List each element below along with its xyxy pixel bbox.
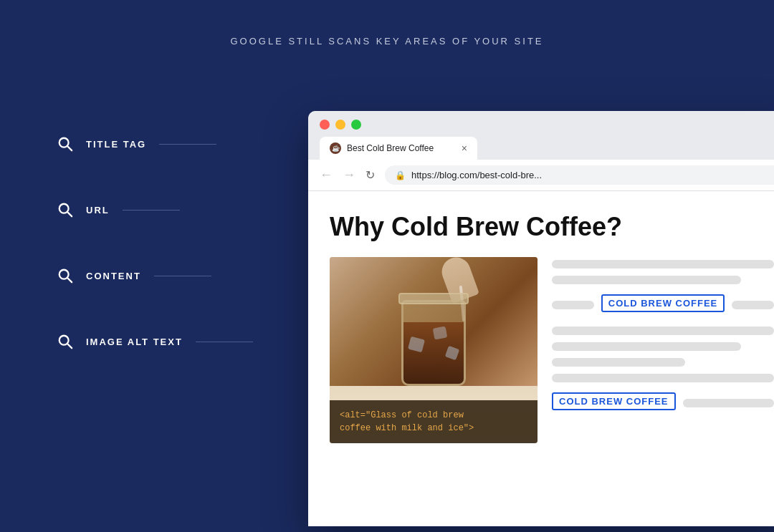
url-label: URL bbox=[86, 205, 110, 216]
alt-tag-text-line2: coffee with milk and ice"> bbox=[340, 422, 527, 435]
content-line-8 bbox=[552, 374, 774, 382]
search-icon-alt bbox=[57, 334, 73, 349]
tab-title: Best Cold Brew Coffee bbox=[347, 143, 456, 153]
sidebar-item-image-alt: IMAGE ALT TEXT bbox=[57, 309, 253, 374]
lock-icon: 🔒 bbox=[395, 170, 406, 180]
alt-tag-overlay: <alt="Glass of cold brew coffee with mil… bbox=[330, 400, 538, 443]
title-tag-line bbox=[159, 144, 216, 145]
content-line-6 bbox=[552, 342, 741, 351]
content-line-3 bbox=[552, 301, 594, 309]
page-header: GOOGLE STILL SCANS KEY AREAS OF YOUR SIT… bbox=[0, 0, 774, 47]
refresh-button[interactable]: ↻ bbox=[366, 168, 375, 182]
browser-chrome: ☕ Best Cold Brew Coffee × bbox=[308, 111, 774, 160]
minimize-button[interactable] bbox=[335, 120, 345, 130]
content-line-label bbox=[154, 276, 211, 276]
maximize-button[interactable] bbox=[351, 120, 361, 130]
image-alt-line bbox=[196, 342, 253, 342]
page-heading: Why Cold Brew Coffee? bbox=[330, 213, 774, 241]
title-tag-label: TITLE TAG bbox=[86, 139, 146, 150]
browser-tab[interactable]: ☕ Best Cold Brew Coffee × bbox=[320, 137, 477, 160]
sidebar-item-url: URL bbox=[57, 177, 253, 243]
tab-favicon: ☕ bbox=[330, 142, 341, 154]
article-image-wrapper: <alt="Glass of cold brew coffee with mil… bbox=[330, 257, 538, 443]
svg-line-5 bbox=[67, 278, 72, 282]
content-line-7 bbox=[552, 358, 685, 367]
content-line-2 bbox=[552, 276, 741, 284]
back-button[interactable]: ← bbox=[320, 168, 333, 183]
alt-tag-text-line1: <alt="Glass of cold brew bbox=[340, 409, 527, 422]
close-button[interactable] bbox=[320, 120, 330, 130]
sidebar: TITLE TAG URL CONTENT IMAGE ALT TEXT bbox=[57, 111, 253, 374]
url-line bbox=[123, 210, 180, 211]
right-content: COLD BREW COFFEE COLD BREW COFFEE bbox=[552, 257, 774, 443]
svg-line-1 bbox=[67, 146, 72, 150]
content-line-9 bbox=[683, 399, 775, 407]
address-text: https://blog.com/best-cold-bre... bbox=[411, 170, 542, 180]
search-icon bbox=[57, 136, 73, 152]
forward-button[interactable]: → bbox=[343, 168, 355, 183]
browser-content: Why Cold Brew Coffee? bbox=[308, 191, 774, 526]
address-field[interactable]: 🔒 https://blog.com/best-cold-bre... bbox=[385, 165, 774, 185]
content-line-5 bbox=[552, 327, 774, 335]
tab-close-icon[interactable]: × bbox=[462, 143, 467, 153]
image-alt-label: IMAGE ALT TEXT bbox=[86, 337, 183, 347]
svg-line-3 bbox=[67, 212, 72, 216]
sidebar-item-title-tag: TITLE TAG bbox=[57, 111, 253, 177]
browser-window: ☕ Best Cold Brew Coffee × ← → ↻ 🔒 https:… bbox=[308, 111, 774, 526]
keyword-highlight-2: COLD BREW COFFEE bbox=[552, 392, 676, 410]
svg-line-7 bbox=[67, 344, 72, 348]
content-label: CONTENT bbox=[86, 271, 141, 281]
keyword-highlight-1: COLD BREW COFFEE bbox=[601, 294, 725, 312]
content-line-1 bbox=[552, 260, 774, 269]
content-area: <alt="Glass of cold brew coffee with mil… bbox=[330, 257, 774, 443]
keyword-row-2: COLD BREW COFFEE bbox=[552, 392, 774, 415]
traffic-lights bbox=[320, 120, 774, 130]
search-icon-url bbox=[57, 202, 73, 218]
address-bar: ← → ↻ 🔒 https://blog.com/best-cold-bre..… bbox=[308, 160, 774, 191]
search-icon-content bbox=[57, 268, 73, 284]
keyword-row-1: COLD BREW COFFEE bbox=[552, 294, 774, 316]
sidebar-item-content: CONTENT bbox=[57, 243, 253, 309]
content-line-4 bbox=[732, 301, 774, 309]
